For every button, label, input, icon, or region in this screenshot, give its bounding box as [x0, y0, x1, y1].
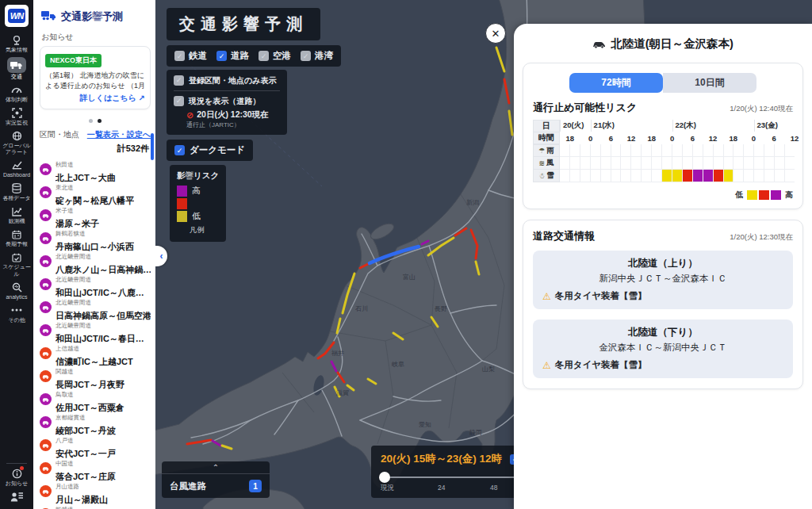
svg-text:新潟: 新潟	[466, 199, 479, 206]
road-info-entry[interactable]: 北陸道（上り） 新潟中央ＪＣＴ～金沢森本ＩＣ ⚠冬用タイヤ装着【雪】	[533, 251, 793, 309]
notice-section-label: お知らせ	[41, 32, 151, 43]
transport-filter[interactable]: 港湾	[301, 50, 333, 62]
detail-title: 北陸道(朝日～金沢森本)	[611, 36, 733, 52]
sidebar-item-global-alert[interactable]: グローバル アラート	[0, 130, 33, 155]
svg-text:滋賀: 滋賀	[336, 389, 349, 396]
list-item[interactable]: 能越道穴水～のと里山空港	[40, 503, 151, 509]
transport-filter[interactable]: 鉄道	[174, 50, 207, 62]
ellipsis-icon	[10, 304, 24, 316]
sidebar-item-traffic[interactable]: 交通	[0, 57, 33, 80]
total-count: 計532件	[40, 143, 149, 155]
calendar-check-icon	[10, 251, 24, 263]
sidebar-item-observation[interactable]: 観測機	[0, 205, 33, 224]
svg-text:福井: 福井	[331, 350, 344, 357]
warning-text: 冬用タイヤ装着【雪】	[555, 359, 647, 371]
sidebar-item-monitoring[interactable]: 実況監視	[0, 107, 33, 126]
transport-filter[interactable]: 道路	[216, 50, 249, 62]
tab-72hours[interactable]: 72時間	[569, 73, 663, 93]
registered-only-checkbox[interactable]	[174, 75, 184, 86]
page-title: 交通影響予測	[61, 10, 123, 24]
wind-risk-row	[560, 157, 795, 170]
profile-menu[interactable]	[0, 491, 33, 503]
calendar-icon	[10, 228, 24, 240]
road-name: 中国道	[56, 460, 74, 467]
tab-10days[interactable]: 10日間	[663, 73, 756, 93]
sidebar-item-notifications[interactable]: お知らせ	[0, 468, 33, 487]
viewfinder-icon	[10, 107, 24, 119]
car-circle-icon	[40, 209, 52, 221]
rain-risk-row	[560, 144, 795, 157]
data-source-label: 通行止（JARTIC）	[186, 121, 280, 129]
car-circle-icon	[40, 393, 52, 405]
line-chart-icon	[10, 205, 24, 217]
svg-text:愛知: 愛知	[419, 421, 431, 428]
risk-table: 日20(火)21(水)22(木)23(金) 時間1806121806121806…	[533, 120, 795, 182]
svg-text:静岡: 静岡	[469, 429, 482, 436]
road-name: 京都縦貫道	[56, 414, 86, 421]
notice-detail-link[interactable]: 詳しくはこちら ↗	[45, 93, 145, 104]
closure-risk-card: 72時間 10日間 通行止め可能性リスク 1/20(火) 12:40現在 日20…	[523, 63, 803, 209]
carousel-dots[interactable]	[40, 112, 151, 126]
road-name: 能越道	[56, 506, 74, 509]
close-icon[interactable]: ✕	[485, 23, 506, 44]
weather-pin-icon	[10, 34, 24, 46]
svg-text:山梨: 山梨	[482, 365, 495, 373]
sidebar-item-judgement[interactable]: 体制判断	[0, 84, 33, 103]
rain-icon: ☂雨	[533, 144, 560, 157]
sidebar-item-schedule[interactable]: スケジュール	[0, 251, 33, 277]
car-circle-icon	[40, 439, 52, 451]
risk-section-title: 通行止め可能性リスク	[533, 101, 637, 115]
road-name: 舞鶴若狭道	[56, 230, 86, 237]
sidebar-item-dashboard[interactable]: Dashboard	[0, 159, 33, 178]
sidebar-item-data[interactable]: 各種データ	[0, 182, 33, 201]
road-traffic-info-card: 道路交通情報 1/20(火) 12:30現在 北陸道（上り） 新潟中央ＪＣＴ～金…	[523, 220, 803, 389]
road-name: 上信越道	[56, 345, 79, 352]
svg-text:石川: 石川	[355, 305, 368, 312]
wni-logo[interactable]: WN	[5, 5, 29, 27]
nexco-badge: NEXCO東日本	[45, 54, 102, 67]
map-title: 交通影響予測	[167, 8, 320, 40]
road-name: 八戸道	[56, 437, 74, 444]
sidebar-item-others[interactable]: その他	[0, 304, 33, 323]
list-scrollbar[interactable]	[151, 133, 154, 160]
road-section-range: 新潟中央ＪＣＴ～金沢森本ＩＣ	[542, 273, 783, 285]
slider-handle[interactable]	[379, 472, 390, 483]
transport-filter[interactable]: 空港	[259, 50, 291, 62]
transport-filter-row: 鉄道 道路 空港 港湾	[167, 45, 341, 67]
sidebar-item-weather[interactable]: 気象情報	[0, 34, 33, 53]
filter-checkbox[interactable]	[259, 51, 269, 61]
registered-only-option[interactable]: 登録区間・地点のみ表示	[174, 75, 280, 86]
sidebar-item-analytics[interactable]: analytics	[0, 281, 33, 300]
car-circle-icon	[40, 301, 52, 313]
road-direction: 北陸道（上り）	[542, 257, 783, 270]
risk-timestamp: 1/20(火) 12:40現在	[730, 104, 793, 114]
risk-scale-legend: 低高	[533, 189, 793, 201]
profile-icon	[10, 491, 24, 503]
filter-checkbox[interactable]	[174, 51, 185, 61]
warning-icon: ⚠	[542, 291, 551, 302]
legend-link[interactable]: 凡例	[190, 225, 219, 235]
car-circle-icon	[40, 485, 52, 497]
car-circle-icon	[40, 324, 52, 336]
svg-text:岐阜: 岐阜	[392, 361, 404, 368]
warning-text: 冬用タイヤ装着【雪】	[555, 290, 647, 302]
sidebar-item-longterm-forecast[interactable]: 長期予報	[0, 228, 33, 247]
car-circle-icon	[40, 163, 52, 175]
list-settings-link[interactable]: 一覧表示・設定へ	[87, 129, 151, 140]
notification-badge	[20, 466, 24, 470]
snow-icon: ☃雪	[533, 170, 560, 182]
dark-mode-checkbox[interactable]	[174, 145, 185, 155]
road-info-entry[interactable]: 北陸道（下り） 金沢森本ＩＣ～新潟中央ＪＣＴ ⚠冬用タイヤ装着【雪】	[533, 320, 793, 378]
typhoon-track-row[interactable]: 台風進路 1	[162, 474, 270, 498]
notice-card[interactable]: NEXCO東日本 （第1報） 北海道地方の吹雪による通行止めのお知らせ （1月2…	[40, 46, 151, 109]
current-data-time: 20日(火) 12:30現在	[197, 109, 268, 121]
show-current-option[interactable]: 現況を表示（道路）	[174, 96, 280, 106]
road-closed-icon: ⊘	[186, 110, 193, 121]
filter-checkbox[interactable]	[216, 51, 227, 61]
dark-mode-toggle[interactable]: ダークモード	[167, 140, 253, 161]
collapse-chevron-up-icon[interactable]: ⌃	[162, 461, 270, 474]
car-circle-icon	[40, 462, 52, 474]
filter-checkbox[interactable]	[301, 51, 311, 61]
typhoon-track-widget: ⌃ 台風進路 1	[162, 461, 270, 498]
show-current-checkbox[interactable]	[174, 96, 184, 106]
